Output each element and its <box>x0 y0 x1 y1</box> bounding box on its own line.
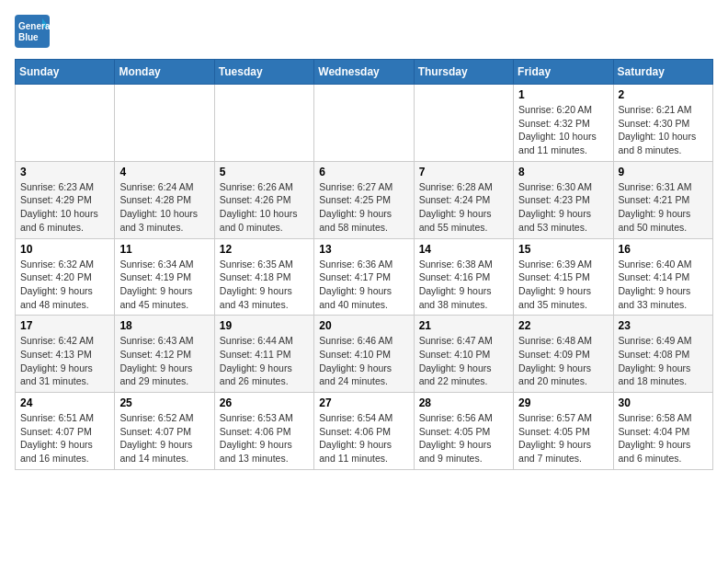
day-info: Sunrise: 6:48 AM Sunset: 4:09 PM Dayligh… <box>518 334 608 388</box>
day-of-week-header: Friday <box>514 60 613 85</box>
calendar-cell: 6Sunrise: 6:27 AM Sunset: 4:25 PM Daylig… <box>314 161 414 238</box>
day-info: Sunrise: 6:52 AM Sunset: 4:07 PM Dayligh… <box>119 411 209 465</box>
day-number: 28 <box>419 396 508 409</box>
day-number: 24 <box>20 396 109 409</box>
day-info: Sunrise: 6:47 AM Sunset: 4:10 PM Dayligh… <box>419 334 508 388</box>
calendar-cell: 24Sunrise: 6:51 AM Sunset: 4:07 PM Dayli… <box>16 393 115 470</box>
day-number: 7 <box>419 166 508 178</box>
calendar-cell: 13Sunrise: 6:36 AM Sunset: 4:17 PM Dayli… <box>314 238 414 316</box>
calendar-cell <box>314 85 414 162</box>
day-number: 10 <box>20 243 109 256</box>
svg-text:General: General <box>18 21 51 31</box>
calendar-cell: 29Sunrise: 6:57 AM Sunset: 4:05 PM Dayli… <box>514 393 613 470</box>
day-info: Sunrise: 6:36 AM Sunset: 4:17 PM Dayligh… <box>319 258 408 312</box>
calendar-cell: 11Sunrise: 6:34 AM Sunset: 4:19 PM Dayli… <box>115 238 214 316</box>
day-info: Sunrise: 6:49 AM Sunset: 4:08 PM Dayligh… <box>619 334 708 388</box>
day-info: Sunrise: 6:31 AM Sunset: 4:21 PM Dayligh… <box>619 180 708 235</box>
calendar-cell: 2Sunrise: 6:21 AM Sunset: 4:30 PM Daylig… <box>613 85 712 162</box>
day-number: 15 <box>518 243 608 256</box>
day-number: 17 <box>20 319 109 332</box>
day-info: Sunrise: 6:40 AM Sunset: 4:14 PM Dayligh… <box>619 258 708 312</box>
day-info: Sunrise: 6:27 AM Sunset: 4:25 PM Dayligh… <box>319 180 408 235</box>
day-number: 14 <box>419 243 508 256</box>
calendar-cell <box>214 85 313 162</box>
day-number: 26 <box>220 396 309 409</box>
calendar-week-row: 24Sunrise: 6:51 AM Sunset: 4:07 PM Dayli… <box>16 393 713 470</box>
day-number: 20 <box>319 319 408 332</box>
day-number: 1 <box>518 88 608 101</box>
day-number: 30 <box>619 396 708 409</box>
day-info: Sunrise: 6:39 AM Sunset: 4:15 PM Dayligh… <box>518 258 608 312</box>
calendar-cell: 23Sunrise: 6:49 AM Sunset: 4:08 PM Dayli… <box>613 316 712 393</box>
calendar-cell: 7Sunrise: 6:28 AM Sunset: 4:24 PM Daylig… <box>414 161 513 238</box>
day-number: 9 <box>619 166 708 178</box>
day-number: 2 <box>619 88 708 101</box>
calendar-header-row: SundayMondayTuesdayWednesdayThursdayFrid… <box>16 60 713 85</box>
calendar-cell: 10Sunrise: 6:32 AM Sunset: 4:20 PM Dayli… <box>16 238 115 316</box>
day-of-week-header: Thursday <box>414 60 513 85</box>
logo-icon: General Blue <box>15 15 51 48</box>
day-info: Sunrise: 6:46 AM Sunset: 4:10 PM Dayligh… <box>319 334 408 388</box>
calendar-cell: 30Sunrise: 6:58 AM Sunset: 4:04 PM Dayli… <box>613 393 712 470</box>
calendar-cell: 17Sunrise: 6:42 AM Sunset: 4:13 PM Dayli… <box>16 316 115 393</box>
logo: General Blue <box>15 15 55 48</box>
calendar-cell: 18Sunrise: 6:43 AM Sunset: 4:12 PM Dayli… <box>115 316 214 393</box>
day-info: Sunrise: 6:23 AM Sunset: 4:29 PM Dayligh… <box>20 180 109 235</box>
day-number: 12 <box>220 243 309 256</box>
day-of-week-header: Wednesday <box>314 60 414 85</box>
calendar-cell: 22Sunrise: 6:48 AM Sunset: 4:09 PM Dayli… <box>514 316 613 393</box>
svg-text:Blue: Blue <box>18 32 39 42</box>
calendar-cell: 16Sunrise: 6:40 AM Sunset: 4:14 PM Dayli… <box>613 238 712 316</box>
calendar-week-row: 10Sunrise: 6:32 AM Sunset: 4:20 PM Dayli… <box>16 238 713 316</box>
calendar-cell: 4Sunrise: 6:24 AM Sunset: 4:28 PM Daylig… <box>115 161 214 238</box>
calendar-week-row: 1Sunrise: 6:20 AM Sunset: 4:32 PM Daylig… <box>16 85 713 162</box>
day-of-week-header: Tuesday <box>214 60 313 85</box>
day-number: 4 <box>119 166 209 178</box>
calendar-cell: 12Sunrise: 6:35 AM Sunset: 4:18 PM Dayli… <box>214 238 313 316</box>
svg-rect-0 <box>15 15 50 48</box>
day-info: Sunrise: 6:34 AM Sunset: 4:19 PM Dayligh… <box>119 258 209 312</box>
day-number: 25 <box>119 396 209 409</box>
day-info: Sunrise: 6:20 AM Sunset: 4:32 PM Dayligh… <box>518 103 608 157</box>
day-number: 6 <box>319 166 408 178</box>
calendar-cell <box>16 85 115 162</box>
calendar-week-row: 17Sunrise: 6:42 AM Sunset: 4:13 PM Dayli… <box>16 316 713 393</box>
day-info: Sunrise: 6:38 AM Sunset: 4:16 PM Dayligh… <box>419 258 508 312</box>
calendar-cell: 26Sunrise: 6:53 AM Sunset: 4:06 PM Dayli… <box>214 393 313 470</box>
calendar-cell: 5Sunrise: 6:26 AM Sunset: 4:26 PM Daylig… <box>214 161 313 238</box>
calendar-cell: 15Sunrise: 6:39 AM Sunset: 4:15 PM Dayli… <box>514 238 613 316</box>
calendar-cell: 27Sunrise: 6:54 AM Sunset: 4:06 PM Dayli… <box>314 393 414 470</box>
day-number: 29 <box>518 396 608 409</box>
day-info: Sunrise: 6:57 AM Sunset: 4:05 PM Dayligh… <box>518 411 608 465</box>
day-number: 19 <box>220 319 309 332</box>
calendar-cell <box>414 85 513 162</box>
calendar-cell: 19Sunrise: 6:44 AM Sunset: 4:11 PM Dayli… <box>214 316 313 393</box>
day-info: Sunrise: 6:32 AM Sunset: 4:20 PM Dayligh… <box>20 258 109 312</box>
day-number: 3 <box>20 166 109 178</box>
day-number: 16 <box>619 243 708 256</box>
day-info: Sunrise: 6:58 AM Sunset: 4:04 PM Dayligh… <box>619 411 708 465</box>
day-number: 23 <box>619 319 708 332</box>
calendar-cell: 28Sunrise: 6:56 AM Sunset: 4:05 PM Dayli… <box>414 393 513 470</box>
calendar-week-row: 3Sunrise: 6:23 AM Sunset: 4:29 PM Daylig… <box>16 161 713 238</box>
day-of-week-header: Saturday <box>613 60 712 85</box>
day-info: Sunrise: 6:28 AM Sunset: 4:24 PM Dayligh… <box>419 180 508 235</box>
day-number: 27 <box>319 396 408 409</box>
day-number: 8 <box>518 166 608 178</box>
day-info: Sunrise: 6:30 AM Sunset: 4:23 PM Dayligh… <box>518 180 608 235</box>
day-info: Sunrise: 6:24 AM Sunset: 4:28 PM Dayligh… <box>119 180 209 235</box>
calendar-cell: 20Sunrise: 6:46 AM Sunset: 4:10 PM Dayli… <box>314 316 414 393</box>
day-info: Sunrise: 6:54 AM Sunset: 4:06 PM Dayligh… <box>319 411 408 465</box>
calendar-cell: 8Sunrise: 6:30 AM Sunset: 4:23 PM Daylig… <box>514 161 613 238</box>
day-info: Sunrise: 6:42 AM Sunset: 4:13 PM Dayligh… <box>20 334 109 388</box>
page-header: General Blue <box>15 15 713 48</box>
day-number: 22 <box>518 319 608 332</box>
day-info: Sunrise: 6:35 AM Sunset: 4:18 PM Dayligh… <box>220 258 309 312</box>
day-number: 11 <box>119 243 209 256</box>
day-of-week-header: Sunday <box>16 60 115 85</box>
day-info: Sunrise: 6:53 AM Sunset: 4:06 PM Dayligh… <box>220 411 309 465</box>
day-number: 21 <box>419 319 508 332</box>
calendar-cell: 14Sunrise: 6:38 AM Sunset: 4:16 PM Dayli… <box>414 238 513 316</box>
day-info: Sunrise: 6:26 AM Sunset: 4:26 PM Dayligh… <box>220 180 309 235</box>
calendar-cell: 1Sunrise: 6:20 AM Sunset: 4:32 PM Daylig… <box>514 85 613 162</box>
